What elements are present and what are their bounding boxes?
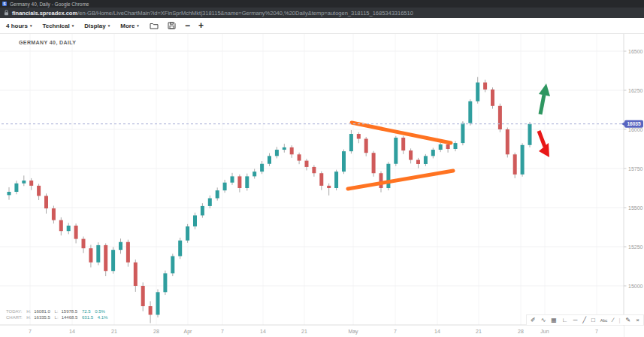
close-icon[interactable]: × [636,316,639,325]
candlestick [163,273,167,292]
x-axis-label: May [348,329,358,335]
x-axis-label: 14 [69,329,75,334]
x-axis-label: 28 [153,329,159,334]
zoom-out-button[interactable]: − [185,22,190,29]
candlestick [14,184,18,192]
zoom-in-button[interactable]: + [198,22,204,29]
site-favicon: S [2,2,7,6]
time-axis-panel [0,326,624,337]
candlestick-chart[interactable]: 1650016250160001575015500152501500071421… [0,34,644,337]
hline-icon[interactable]: ─ [573,316,578,325]
candlestick [476,83,479,102]
candlestick [171,256,174,273]
candlestick [409,150,413,159]
candlestick [59,220,63,232]
candlestick [528,124,532,145]
candlestick [74,226,78,239]
candlestick [431,150,435,156]
down-arrow-annotation [539,131,545,147]
candlestick [149,306,153,314]
chevron-down-icon: ▾ [72,23,74,28]
rectangle-icon[interactable]: □ [591,316,595,325]
window-titlebar: S Germany 40, Daily - Google Chrome [0,0,644,8]
candlestick [104,245,107,271]
candlestick [424,156,428,164]
candlestick [237,176,241,188]
freehand-icon[interactable]: ∿ [541,316,546,325]
chart-label: CHART: [6,315,23,320]
chart-change-value: 631.5 [82,315,93,320]
chevron-down-icon: ▾ [30,23,32,28]
open-folder-icon[interactable] [150,22,159,29]
candlestick [156,292,160,314]
candlestick [372,153,376,173]
candlestick [8,192,11,195]
today-high-value: 16081.0 [34,309,50,314]
candlestick [126,242,130,263]
y-axis-label: 15500 [628,205,643,211]
candlestick [134,263,138,286]
url-path: /en-GB/Home/LiveChartMain?id=XFinSprMchM… [77,10,413,17]
technical-menu[interactable]: Technical▾ [42,23,74,29]
x-axis-label: 21 [111,329,117,334]
candlestick [231,176,234,182]
candlestick [96,245,100,263]
cursor-icon[interactable]: ✐ [531,316,536,325]
candlestick [298,154,301,160]
candlestick [334,172,338,188]
chart-toolbar: 4 hours▾ Technical▾ Display▾ More▾ − + [0,18,644,34]
candlestick [201,206,204,215]
up-arrow-annotation [540,95,544,114]
candlestick [491,90,494,106]
candlestick [82,239,86,248]
pencil-icon[interactable]: ✎ [626,316,631,325]
candlestick [290,147,294,154]
url-bar[interactable]: financials.spreadex.com/en-GB/Home/LiveC… [0,8,644,18]
x-axis-label: 28 [518,329,524,334]
timeframe-menu-label: 4 hours [6,23,28,29]
x-axis-label: 7 [29,329,32,334]
candlestick [245,176,249,188]
chart-instrument-title: GERMANY 40, DAILY [19,40,76,45]
candlestick [349,134,353,151]
candlestick [29,181,33,186]
candlestick [401,138,405,150]
candlestick [327,186,331,188]
candlestick [513,154,517,175]
candlestick [44,196,48,208]
drawing-toolbar: ✐∿▦∟─╱□Abc∕|✎× [526,314,644,325]
candlestick [446,144,450,149]
candlestick [216,190,219,198]
trendline-icon[interactable]: ╱ [582,316,586,325]
candlestick [208,199,212,206]
candlestick [67,226,71,231]
candlestick [386,164,390,188]
timeframe-menu[interactable]: 4 hours▾ [6,23,32,29]
today-stats-row: TODAY: H:16081.0 L:15978.5 72.5 0.5% [6,308,110,314]
chevron-down-icon: ▾ [137,23,139,28]
candlestick [119,242,122,250]
today-low-value: 15978.5 [62,309,78,314]
high-label: H: [26,309,31,314]
y-axis-label: 15250 [628,244,643,250]
candlestick [357,134,361,138]
x-axis-label: Apr [184,329,193,335]
today-change-pct: 0.5% [95,309,105,314]
window-title: Germany 40, Daily - Google Chrome [10,2,89,7]
x-axis-label: 7 [595,329,598,334]
axes-icon[interactable]: ∟ [562,316,568,325]
save-icon[interactable] [168,22,176,29]
display-menu[interactable]: Display▾ [84,23,110,29]
chart-stats-row: CHART: H:16335.5 L:14468.5 631.5 4.1% [6,314,110,320]
browser-window: S Germany 40, Daily - Google Chrome fina… [0,0,644,337]
chart-stats: TODAY: H:16081.0 L:15978.5 72.5 0.5% CHA… [6,308,110,320]
more-menu[interactable]: More▾ [120,23,139,29]
grid-icon[interactable]: ▦ [551,316,557,325]
diagonal-icon[interactable]: ∕ [612,316,613,325]
candlestick [268,156,271,163]
display-menu-label: Display [84,23,105,29]
text-icon[interactable]: Abc [600,316,607,325]
x-axis-label: Jun [540,329,549,334]
candlestick [260,164,264,172]
high-label: H: [26,315,31,320]
